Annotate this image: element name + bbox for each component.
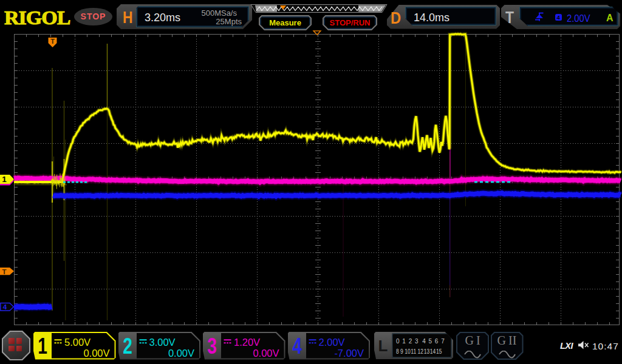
svg-text:1: 1 — [2, 175, 7, 184]
svg-text:T: T — [2, 268, 6, 275]
svg-text:4: 4 — [3, 303, 7, 311]
svg-text:T: T — [50, 38, 55, 45]
